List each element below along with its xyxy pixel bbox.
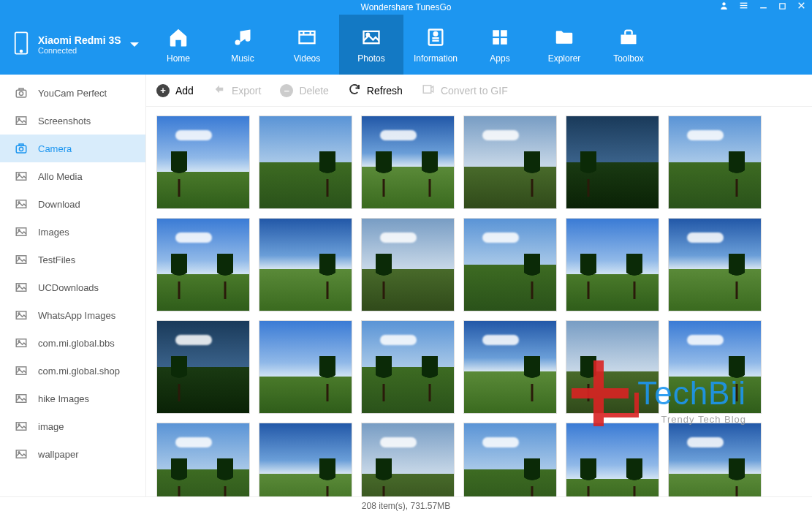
- svg-rect-23: [501, 38, 507, 45]
- folder-icon: [553, 26, 575, 49]
- minus-icon: –: [280, 84, 293, 97]
- tab-home[interactable]: Home: [146, 15, 210, 75]
- photo-thumbnail[interactable]: [156, 218, 250, 311]
- info-icon: [425, 26, 446, 49]
- svg-rect-31: [19, 144, 23, 145]
- user-icon[interactable]: [719, 0, 729, 15]
- svg-point-15: [367, 34, 370, 37]
- photo-thumbnail[interactable]: [566, 218, 659, 311]
- sidebar-item-images[interactable]: Images: [0, 218, 145, 246]
- tab-explorer[interactable]: Explorer: [532, 15, 596, 75]
- photo-thumbnail[interactable]: [156, 320, 250, 414]
- svg-point-0: [722, 2, 725, 5]
- image-icon: [15, 364, 29, 377]
- tab-music[interactable]: Music: [210, 15, 275, 75]
- svg-point-49: [18, 396, 20, 398]
- export-button[interactable]: Export: [213, 83, 261, 98]
- photo-thumbnail[interactable]: [361, 218, 455, 311]
- photo-thumbnail[interactable]: [566, 320, 659, 414]
- svg-rect-20: [493, 30, 499, 37]
- photo-thumbnail[interactable]: [259, 116, 352, 209]
- sidebar-item-label: YouCam Perfect: [38, 88, 107, 99]
- svg-point-28: [18, 118, 20, 120]
- sidebar-item-com-mi-global-bbs[interactable]: com.mi.global.bbs: [0, 329, 145, 357]
- dropdown-icon: [130, 42, 139, 47]
- add-button[interactable]: + Add: [156, 84, 194, 97]
- photo-thumbnail[interactable]: [463, 320, 557, 414]
- photo-thumbnail[interactable]: [259, 218, 352, 311]
- button-label: Convert to GIF: [441, 85, 508, 97]
- svg-point-51: [18, 424, 20, 426]
- image-icon: [15, 170, 29, 183]
- toolbox-icon: [618, 26, 639, 49]
- image-icon: [15, 309, 29, 322]
- sidebar-item-label: Images: [38, 227, 69, 238]
- tab-videos[interactable]: Videos: [275, 15, 339, 75]
- tab-label: Explorer: [548, 53, 581, 64]
- photo-thumbnail[interactable]: [668, 218, 762, 311]
- image-icon: [15, 281, 29, 294]
- photo-thumbnail[interactable]: [668, 320, 762, 414]
- photo-thumbnail[interactable]: [566, 116, 659, 209]
- svg-point-30: [19, 147, 23, 151]
- svg-point-39: [18, 257, 20, 259]
- svg-point-9: [20, 50, 23, 53]
- tab-apps[interactable]: Apps: [468, 15, 532, 75]
- sidebar-item-label: hike Images: [38, 393, 89, 404]
- sidebar-item-image[interactable]: image: [0, 412, 145, 440]
- close-button[interactable]: [797, 0, 806, 15]
- refresh-button[interactable]: Refresh: [348, 83, 403, 98]
- button-label: Refresh: [367, 85, 403, 97]
- svg-point-37: [18, 230, 20, 231]
- photo-thumbnail[interactable]: [668, 423, 762, 496]
- delete-button[interactable]: – Delete: [280, 84, 328, 97]
- sidebar-item-hike-images[interactable]: hike Images: [0, 385, 145, 412]
- menu-icon[interactable]: [739, 0, 748, 15]
- home-icon: [167, 26, 189, 49]
- sidebar-item-label: Download: [38, 199, 80, 210]
- sidebar-item-wallpaper[interactable]: wallpaper: [0, 440, 145, 468]
- svg-rect-54: [423, 86, 431, 94]
- sidebar-item-testfiles[interactable]: TestFiles: [0, 246, 145, 273]
- svg-rect-21: [501, 30, 507, 37]
- photo-thumbnail[interactable]: [156, 116, 250, 209]
- photo-thumbnail[interactable]: [156, 423, 250, 496]
- image-icon: [15, 197, 29, 211]
- photo-grid: [146, 107, 812, 496]
- tab-information[interactable]: Information: [403, 15, 468, 75]
- sidebar-item-download[interactable]: Download: [0, 190, 145, 218]
- music-icon: [232, 26, 253, 49]
- photo-thumbnail[interactable]: [463, 423, 557, 496]
- device-panel[interactable]: Xiaomi Redmi 3S Connected: [0, 15, 146, 75]
- svg-point-17: [434, 32, 438, 36]
- convert-gif-button[interactable]: Convert to GIF: [422, 83, 508, 98]
- photo-thumbnail[interactable]: [463, 218, 557, 311]
- top-bar: Xiaomi Redmi 3S Connected Home Music Vid…: [0, 15, 812, 75]
- video-icon: [297, 26, 317, 49]
- photo-thumbnail[interactable]: [668, 116, 762, 209]
- minimize-button[interactable]: [759, 0, 768, 15]
- sidebar-item-whatsapp-images[interactable]: WhatsApp Images: [0, 301, 145, 329]
- photo-thumbnail[interactable]: [566, 423, 659, 496]
- tab-toolbox[interactable]: Toolbox: [596, 15, 661, 75]
- photo-thumbnail[interactable]: [361, 320, 455, 414]
- sidebar-item-youcam-perfect[interactable]: YouCam Perfect: [0, 79, 145, 107]
- photo-icon: [361, 26, 382, 49]
- sidebar-item-ucdownloads[interactable]: UCDownloads: [0, 273, 145, 301]
- sidebar-item-camera[interactable]: Camera: [0, 135, 145, 162]
- sidebar-item-allo-media[interactable]: Allo Media: [0, 162, 145, 190]
- sidebar-item-screenshots[interactable]: Screenshots: [0, 107, 145, 135]
- button-label: Add: [175, 85, 194, 97]
- photo-thumbnail[interactable]: [259, 423, 352, 496]
- device-name: Xiaomi Redmi 3S: [38, 34, 121, 46]
- maximize-button[interactable]: [778, 0, 786, 15]
- toolbar: + Add Export – Delete Refresh Convert to…: [146, 75, 812, 107]
- photo-thumbnail[interactable]: [361, 423, 455, 496]
- photo-thumbnail[interactable]: [259, 320, 352, 414]
- photo-thumbnail[interactable]: [361, 116, 455, 209]
- sidebar: YouCam PerfectScreenshotsCameraAllo Medi…: [0, 75, 146, 496]
- tab-photos[interactable]: Photos: [339, 15, 403, 75]
- sidebar-item-label: com.mi.global.shop: [38, 366, 120, 377]
- sidebar-item-com-mi-global-shop[interactable]: com.mi.global.shop: [0, 357, 145, 385]
- photo-thumbnail[interactable]: [463, 116, 557, 209]
